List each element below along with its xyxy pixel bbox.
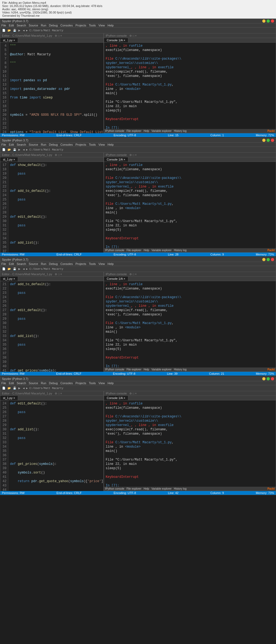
- menu-source-4[interactable]: Source: [29, 381, 38, 385]
- menu-edit-3[interactable]: Edit: [9, 262, 14, 265]
- menu-consoles-3[interactable]: Consoles: [60, 262, 73, 265]
- file-tab-2[interactable]: st_1.py ×: [0, 157, 18, 162]
- menu-view-2[interactable]: View: [98, 143, 105, 146]
- toolbar-save-3[interactable]: 💾: [12, 267, 17, 271]
- menu-projects-3[interactable]: Projects: [75, 262, 86, 265]
- close-btn-4[interactable]: [271, 377, 274, 380]
- menubar-4: File Edit Search Source Run Debug Consol…: [0, 381, 276, 385]
- menu-search-2[interactable]: Search: [17, 143, 26, 146]
- menu-run-4[interactable]: Run: [41, 381, 46, 385]
- editor-tab-icons-3[interactable]: ⚙ □ ×: [54, 272, 63, 276]
- menu-help-4[interactable]: Help: [108, 381, 114, 385]
- menu-help-2[interactable]: Help: [108, 143, 114, 146]
- toolbar-save-2[interactable]: 💾: [12, 148, 17, 151]
- menu-source-1[interactable]: Source: [29, 24, 38, 27]
- menu-help-3[interactable]: Help: [108, 262, 114, 265]
- menu-search-3[interactable]: Search: [17, 262, 26, 265]
- menu-run-3[interactable]: Run: [41, 262, 46, 265]
- menu-tools-1[interactable]: Tools: [89, 24, 96, 27]
- console-bottombar-4: IPython console File explorer Help Varia…: [104, 487, 276, 491]
- menu-debug-2[interactable]: Debug: [49, 143, 58, 146]
- file-tab-4[interactable]: st_1.py ×: [0, 396, 18, 400]
- menu-consoles-2[interactable]: Consoles: [60, 143, 73, 146]
- console-tab-icons-4[interactable]: ⚙ □ ×: [128, 391, 137, 396]
- menu-run-1[interactable]: Run: [41, 24, 46, 27]
- console-tab-icons-3[interactable]: ⚙ □ ×: [128, 272, 137, 276]
- menu-search-4[interactable]: Search: [17, 381, 26, 385]
- minimize-btn-3[interactable]: [262, 258, 265, 261]
- menu-tools-4[interactable]: Tools: [89, 381, 96, 385]
- maximize-btn-2[interactable]: [267, 139, 270, 142]
- console-tab-3[interactable]: Console 1/A ×: [104, 277, 128, 281]
- menu-projects-2[interactable]: Projects: [75, 143, 86, 146]
- close-btn-2[interactable]: [271, 139, 274, 142]
- toolbar-save-1[interactable]: 💾: [12, 29, 17, 32]
- menu-edit-4[interactable]: Edit: [9, 381, 14, 385]
- console-tab-icons-1[interactable]: ⚙ □ ×: [128, 34, 137, 38]
- console-bottom-tabs-1[interactable]: IPython console File explorer Help Varia…: [105, 130, 187, 132]
- menu-tools-2[interactable]: Tools: [89, 143, 96, 146]
- console-tab-1[interactable]: Console 1/A ×: [104, 38, 128, 42]
- maximize-btn-4[interactable]: [267, 377, 270, 380]
- ide-window-4: Spyder (Python 3.7) File Edit Search Sou…: [0, 376, 276, 495]
- file-tab-1[interactable]: st_1.py ×: [0, 38, 18, 42]
- console-bottom-tabs-3[interactable]: IPython console File explorer Help Varia…: [105, 368, 187, 371]
- menu-view-4[interactable]: View: [98, 381, 105, 385]
- menu-file-3[interactable]: File: [1, 262, 6, 265]
- toolbar-new-3[interactable]: 📄: [1, 267, 6, 271]
- toolbar-open-1[interactable]: 📂: [7, 29, 12, 32]
- statusbar-2: Permissions: RW End-of-lines: CRLF Encod…: [0, 253, 276, 256]
- console-bottom-tabs-2[interactable]: IPython console File explorer Help Varia…: [105, 249, 187, 252]
- close-btn-3[interactable]: [271, 258, 274, 261]
- toolbar-save-4[interactable]: 💾: [12, 386, 17, 390]
- editor-tab-icons-4[interactable]: ⚙ □ ×: [54, 391, 63, 396]
- toolbar-new-4[interactable]: 📄: [1, 386, 6, 390]
- console-content-1: , line , in runfile execfile(filename, n…: [104, 43, 276, 129]
- minimize-btn-4[interactable]: [262, 377, 265, 380]
- console-tab-4[interactable]: Console 1/A ×: [104, 396, 128, 400]
- editor-tabbar-4: Editor - C:/Users/Matt Macarty/st_1.py ⚙…: [0, 391, 104, 396]
- menu-consoles-1[interactable]: Consoles: [60, 24, 73, 27]
- minimize-btn-2[interactable]: [262, 139, 265, 142]
- toolbar-open-4[interactable]: 📂: [7, 386, 12, 390]
- titlebar-3: Spyder (Python 3.7): [0, 257, 276, 262]
- window-controls-3: [262, 258, 274, 261]
- menu-view-3[interactable]: View: [98, 262, 105, 265]
- maximize-btn-1[interactable]: [267, 19, 270, 23]
- toolbar-run-4[interactable]: ▶: [18, 386, 21, 390]
- menu-debug-1[interactable]: Debug: [49, 24, 58, 27]
- file-tab-3[interactable]: st_1.py ×: [0, 277, 18, 281]
- console-tab-icons-2[interactable]: ⚙ □ ×: [128, 153, 137, 157]
- menu-help-1[interactable]: Help: [108, 24, 114, 27]
- toolbar-run-3[interactable]: ▶: [18, 267, 21, 271]
- editor-tab-icons-1[interactable]: ⚙ □ ×: [54, 34, 63, 38]
- menu-search-1[interactable]: Search: [17, 24, 26, 27]
- menu-consoles-4[interactable]: Consoles: [60, 381, 73, 385]
- menu-edit-1[interactable]: Edit: [9, 24, 14, 27]
- menu-file-4[interactable]: File: [1, 381, 6, 385]
- menu-projects-1[interactable]: Projects: [75, 24, 86, 27]
- toolbar-run-2[interactable]: ▶: [18, 148, 21, 151]
- toolbar-new-2[interactable]: 📄: [1, 148, 6, 151]
- menu-view-1[interactable]: View: [98, 24, 105, 27]
- menu-debug-4[interactable]: Debug: [49, 381, 58, 385]
- menu-file-2[interactable]: File: [1, 143, 6, 146]
- menu-projects-4[interactable]: Projects: [75, 381, 86, 385]
- menu-edit-2[interactable]: Edit: [9, 143, 14, 146]
- menu-debug-3[interactable]: Debug: [49, 262, 58, 265]
- toolbar-open-3[interactable]: 📂: [7, 267, 12, 271]
- menu-source-3[interactable]: Source: [29, 262, 38, 265]
- menu-file-1[interactable]: File: [1, 24, 6, 27]
- console-tab-2[interactable]: Console 1/A ×: [104, 157, 128, 162]
- menu-run-2[interactable]: Run: [41, 143, 46, 146]
- maximize-btn-3[interactable]: [267, 258, 270, 261]
- menu-tools-3[interactable]: Tools: [89, 262, 96, 265]
- minimize-btn-1[interactable]: [262, 19, 265, 23]
- close-btn-1[interactable]: [271, 19, 274, 23]
- console-bottom-tabs-4[interactable]: IPython console File explorer Help Varia…: [105, 487, 187, 490]
- toolbar-new-1[interactable]: 📄: [1, 29, 6, 32]
- editor-tab-icons-2[interactable]: ⚙ □ ×: [54, 153, 63, 157]
- toolbar-run-1[interactable]: ▶: [18, 29, 21, 32]
- toolbar-open-2[interactable]: 📂: [7, 148, 12, 151]
- menu-source-2[interactable]: Source: [29, 143, 38, 146]
